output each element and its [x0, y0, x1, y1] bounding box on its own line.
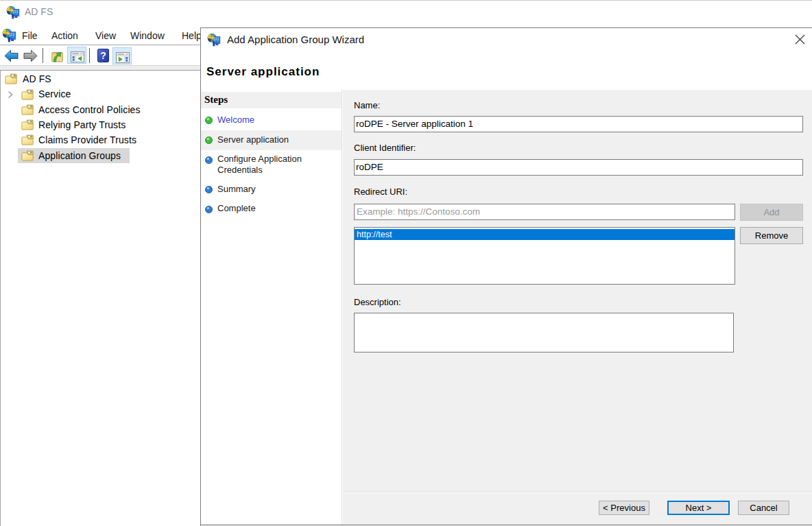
svg-text:?: ? [100, 50, 106, 61]
